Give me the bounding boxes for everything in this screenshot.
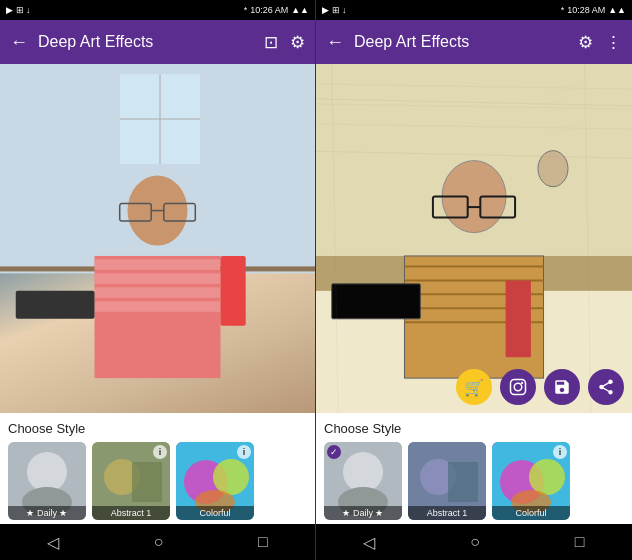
svg-rect-57	[448, 462, 478, 502]
share-fab-button[interactable]	[588, 369, 624, 405]
fab-button-row: 🛒	[456, 369, 624, 405]
cart-fab-button[interactable]: 🛒	[456, 369, 492, 405]
crop-icon[interactable]: ⊡	[264, 32, 278, 53]
status-app-icons: ▶ ⊞ ↓	[6, 5, 31, 15]
svg-point-42	[538, 151, 568, 187]
svg-rect-44	[506, 280, 531, 357]
left-photo	[0, 64, 315, 413]
left-app-title: Deep Art Effects	[38, 33, 254, 51]
style-label-colorful-right: Colorful	[492, 506, 570, 520]
left-nav-home[interactable]: ○	[154, 533, 164, 551]
style-thumb-daily-right[interactable]: ✓ ★ Daily ★	[324, 442, 402, 520]
daily-check-icon: ✓	[327, 445, 341, 459]
left-settings-icon[interactable]: ⚙	[290, 32, 305, 53]
right-status-app-icons: ▶ ⊞ ↓	[322, 5, 347, 15]
colorful-info-btn-right[interactable]: i	[553, 445, 567, 459]
right-bottom-section: Choose Style ✓ ★ Daily ★ Abstract	[316, 413, 632, 524]
right-status-left: ▶ ⊞ ↓	[322, 5, 347, 15]
left-header-icons: ⊡ ⚙	[264, 32, 305, 53]
right-nav-recent[interactable]: □	[575, 533, 585, 551]
left-back-button[interactable]: ←	[10, 32, 28, 53]
abstract-info-btn-left[interactable]: i	[153, 445, 167, 459]
right-style-strip: ✓ ★ Daily ★ Abstract 1	[324, 442, 624, 520]
signal-icon: ▲▲	[291, 5, 309, 15]
right-nav-home[interactable]: ○	[470, 533, 480, 551]
style-thumb-daily-left[interactable]: ★ Daily ★	[8, 442, 86, 520]
left-app-header: ← Deep Art Effects ⊡ ⚙	[0, 20, 315, 64]
right-time: 10:28 AM	[567, 5, 605, 15]
bluetooth-icon: *	[244, 5, 248, 15]
right-app-header: ← Deep Art Effects ⚙ ⋮	[316, 20, 632, 64]
svg-point-60	[529, 459, 565, 495]
right-image-area: 🛒	[316, 64, 632, 413]
status-right: * 10:26 AM ▲▲	[244, 5, 309, 15]
status-left-icons: ▶ ⊞ ↓	[6, 5, 31, 15]
right-app-title: Deep Art Effects	[354, 33, 568, 51]
right-photo	[316, 64, 632, 413]
right-header-icons: ⚙ ⋮	[578, 32, 622, 53]
svg-rect-8	[95, 273, 221, 283]
style-label-daily-left: ★ Daily ★	[8, 506, 86, 520]
right-choose-style-label: Choose Style	[324, 421, 624, 436]
right-photo-svg	[316, 64, 632, 413]
left-status-bar: ▶ ⊞ ↓ * 10:26 AM ▲▲	[0, 0, 315, 20]
svg-rect-49	[511, 380, 526, 395]
right-status-right: * 10:28 AM ▲▲	[561, 5, 626, 15]
svg-point-17	[27, 452, 67, 492]
left-nav-bar: ◁ ○ □	[0, 524, 315, 560]
style-thumb-abstract-right[interactable]: Abstract 1	[408, 442, 486, 520]
svg-rect-9	[95, 287, 221, 297]
instagram-fab-button[interactable]	[500, 369, 536, 405]
more-icon[interactable]: ⋮	[605, 32, 622, 53]
right-status-bar: ▶ ⊞ ↓ * 10:28 AM ▲▲	[316, 0, 632, 20]
colorful-info-btn-left[interactable]: i	[237, 445, 251, 459]
style-thumb-colorful-right[interactable]: i Colorful	[492, 442, 570, 520]
svg-rect-10	[95, 301, 221, 311]
style-label-abstract-left: Abstract 1	[92, 506, 170, 520]
svg-rect-14	[16, 291, 95, 319]
style-label-abstract-right: Abstract 1	[408, 506, 486, 520]
left-time: 10:26 AM	[250, 5, 288, 15]
save-fab-button[interactable]	[544, 369, 580, 405]
svg-point-53	[343, 452, 383, 492]
svg-rect-43	[332, 284, 420, 319]
svg-point-24	[213, 459, 249, 495]
right-settings-icon[interactable]: ⚙	[578, 32, 593, 53]
style-thumb-abstract-left[interactable]: i Abstract 1	[92, 442, 170, 520]
right-bluetooth-icon: *	[561, 5, 565, 15]
left-phone-panel: ▶ ⊞ ↓ * 10:26 AM ▲▲ ← Deep Art Effects ⊡…	[0, 0, 316, 560]
right-back-button[interactable]: ←	[326, 32, 344, 53]
svg-rect-21	[132, 462, 162, 502]
right-phone-panel: ▶ ⊞ ↓ * 10:28 AM ▲▲ ← Deep Art Effects ⚙…	[316, 0, 632, 560]
right-nav-bar: ◁ ○ □	[316, 524, 632, 560]
left-style-strip: ★ Daily ★ i Abstract 1	[8, 442, 307, 520]
style-thumb-colorful-left[interactable]: i Colorful	[176, 442, 254, 520]
style-label-colorful-left: Colorful	[176, 506, 254, 520]
svg-rect-7	[95, 259, 221, 269]
right-nav-back[interactable]: ◁	[363, 533, 375, 552]
left-nav-recent[interactable]: □	[258, 533, 268, 551]
left-nav-back[interactable]: ◁	[47, 533, 59, 552]
right-signal-icon: ▲▲	[608, 5, 626, 15]
svg-point-50	[514, 383, 522, 391]
left-choose-style-label: Choose Style	[8, 421, 307, 436]
svg-rect-15	[221, 256, 246, 326]
left-photo-svg	[0, 64, 315, 413]
style-label-daily-right: ★ Daily ★	[324, 506, 402, 520]
left-image-area	[0, 64, 315, 413]
left-bottom-section: Choose Style ★ Daily ★ i Abstract	[0, 413, 315, 524]
svg-point-51	[521, 382, 523, 384]
